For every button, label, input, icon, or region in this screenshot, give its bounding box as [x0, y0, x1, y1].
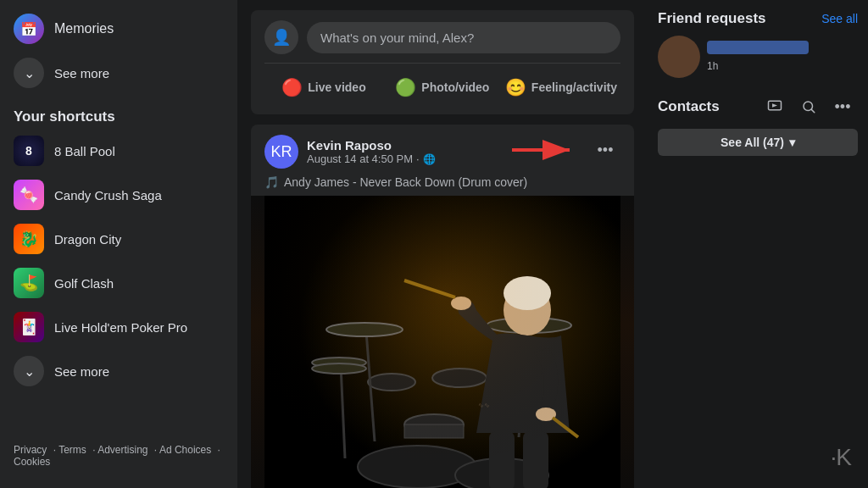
- 8ball-label: 8 Ball Pool: [54, 144, 115, 158]
- sidebar-item-dragon[interactable]: 🐉 Dragon City: [7, 217, 231, 261]
- poker-icon: 🃏: [14, 312, 44, 342]
- see-more-shortcuts-button[interactable]: ⌄ See more: [7, 349, 231, 393]
- see-all-contacts-button[interactable]: See All (47) ▾: [658, 129, 858, 156]
- sidebar-item-poker[interactable]: 🃏 Live Hold'em Poker Pro: [7, 305, 231, 349]
- friend-requests-title: Friend requests: [658, 10, 766, 27]
- friend-request-info: 1h: [707, 41, 858, 73]
- dragon-icon: 🐉: [14, 224, 44, 254]
- poker-label: Live Hold'em Poker Pro: [54, 320, 187, 335]
- sidebar-top: 📅 Memories ⌄ See more: [7, 0, 231, 98]
- see-more-shortcuts-label: See more: [54, 364, 109, 379]
- red-arrow: [512, 137, 580, 163]
- song-title: Andy James - Never Back Down (Drum cover…: [284, 175, 527, 189]
- live-video-label: Live video: [308, 80, 365, 94]
- more-dots-contacts-icon: •••: [835, 98, 851, 116]
- footer-cookies-link[interactable]: Cookies: [14, 456, 50, 468]
- contacts-more-button[interactable]: •••: [827, 92, 858, 122]
- post-image[interactable]: ∿∿: [251, 196, 634, 488]
- see-all-contacts-label: See All (47): [721, 136, 784, 149]
- live-video-icon: 🔴: [281, 77, 303, 97]
- photo-video-label: Photo/video: [421, 80, 489, 94]
- create-post-box: 👤 What's on your mind, Alex? 🔴 Live vide…: [251, 10, 634, 114]
- contacts-section: Contacts •••: [658, 92, 858, 156]
- friend-request-time: 1h: [707, 60, 718, 72]
- post-author-name: Kevin Raposo: [307, 138, 436, 152]
- feeling-label: Feeling/activity: [531, 80, 617, 94]
- footer-terms-link[interactable]: Terms: [58, 444, 86, 456]
- photo-video-icon: 🟢: [395, 77, 416, 97]
- friend-request-item: 1h: [658, 36, 858, 78]
- post-header-right: •••: [512, 135, 620, 165]
- see-all-requests-link[interactable]: See all: [821, 12, 858, 25]
- main-feed: 👤 What's on your mind, Alex? 🔴 Live vide…: [237, 0, 648, 488]
- photo-video-button[interactable]: 🟢 Photo/video: [383, 70, 502, 104]
- sidebar-item-golf[interactable]: ⛳ Golf Clash: [7, 261, 231, 305]
- 8ball-icon: 8: [14, 136, 44, 166]
- globe-icon: 🌐: [423, 153, 436, 165]
- left-sidebar: 📅 Memories ⌄ See more Your shortcuts 8 8…: [0, 0, 237, 488]
- memories-label: Memories: [54, 21, 114, 36]
- chevron-down-shortcuts-icon: ⌄: [14, 356, 44, 386]
- contacts-header: Contacts •••: [658, 92, 858, 122]
- candy-label: Candy Crush Saga: [54, 188, 162, 202]
- post-input[interactable]: What's on your mind, Alex?: [307, 22, 620, 53]
- svg-marker-29: [772, 103, 777, 108]
- golf-icon: ⛳: [14, 268, 44, 298]
- new-call-button[interactable]: [760, 92, 790, 122]
- footer-adchoices-link[interactable]: Ad Choices: [159, 444, 211, 456]
- post-author-avatar: KR: [264, 135, 298, 169]
- dragon-label: Dragon City: [54, 232, 121, 247]
- create-post-top: 👤 What's on your mind, Alex?: [264, 20, 620, 54]
- golf-label: Golf Clash: [54, 276, 114, 291]
- feeling-icon: 😊: [505, 77, 526, 97]
- friend-name-blurred: [707, 41, 809, 54]
- post-separator: ·: [416, 152, 420, 165]
- post-header: KR Kevin Raposo August 14 at 4:50 PM · 🌐: [251, 125, 634, 175]
- post-more-button[interactable]: •••: [590, 135, 620, 165]
- drummer-svg: ∿∿: [264, 196, 620, 488]
- drummer-scene: ∿∿: [251, 196, 634, 488]
- sidebar-item-memories[interactable]: 📅 Memories: [7, 7, 231, 51]
- shortcuts-heading: Your shortcuts: [7, 98, 231, 129]
- sidebar-item-8ball[interactable]: 8 8 Ball Pool: [7, 129, 231, 173]
- more-dots-icon: •••: [598, 141, 614, 159]
- live-video-button[interactable]: 🔴 Live video: [264, 70, 383, 104]
- sidebar-item-candy[interactable]: 🍬 Candy Crush Saga: [7, 173, 231, 217]
- chevron-down-icon: ⌄: [14, 58, 44, 88]
- footer-links: Privacy · Terms · Advertising · Ad Choic…: [7, 437, 231, 474]
- svg-rect-27: [264, 196, 620, 488]
- feeling-activity-button[interactable]: 😊 Feeling/activity: [502, 70, 620, 104]
- post-header-left: KR Kevin Raposo August 14 at 4:50 PM · 🌐: [264, 135, 436, 169]
- create-post-actions: 🔴 Live video 🟢 Photo/video 😊 Feeling/act…: [264, 63, 620, 104]
- post-meta: August 14 at 4:50 PM · 🌐: [307, 152, 436, 165]
- music-note-icon: 🎵: [264, 175, 279, 189]
- post-card: KR Kevin Raposo August 14 at 4:50 PM · 🌐: [251, 125, 634, 488]
- post-date: August 14 at 4:50 PM: [307, 152, 413, 165]
- contacts-title: Contacts: [658, 98, 720, 115]
- friend-request-avatar: [658, 36, 700, 78]
- contacts-chevron-icon: ▾: [789, 136, 795, 149]
- post-author-info: Kevin Raposo August 14 at 4:50 PM · 🌐: [307, 138, 436, 165]
- memories-icon: 📅: [14, 14, 44, 44]
- footer-advertising-link[interactable]: Advertising: [97, 444, 147, 456]
- see-more-top-button[interactable]: ⌄ See more: [7, 51, 231, 95]
- svg-line-31: [811, 109, 814, 112]
- post-song: 🎵 Andy James - Never Back Down (Drum cov…: [251, 175, 634, 196]
- search-contacts-button[interactable]: [793, 92, 824, 122]
- contacts-icons: •••: [760, 92, 858, 122]
- user-avatar: 👤: [264, 20, 298, 54]
- friend-requests-header: Friend requests See all: [658, 10, 858, 27]
- see-more-top-label: See more: [54, 66, 109, 80]
- candy-icon: 🍬: [14, 180, 44, 210]
- footer-privacy-link[interactable]: Privacy: [14, 444, 47, 456]
- right-sidebar: Friend requests See all 1h Contacts: [648, 0, 868, 488]
